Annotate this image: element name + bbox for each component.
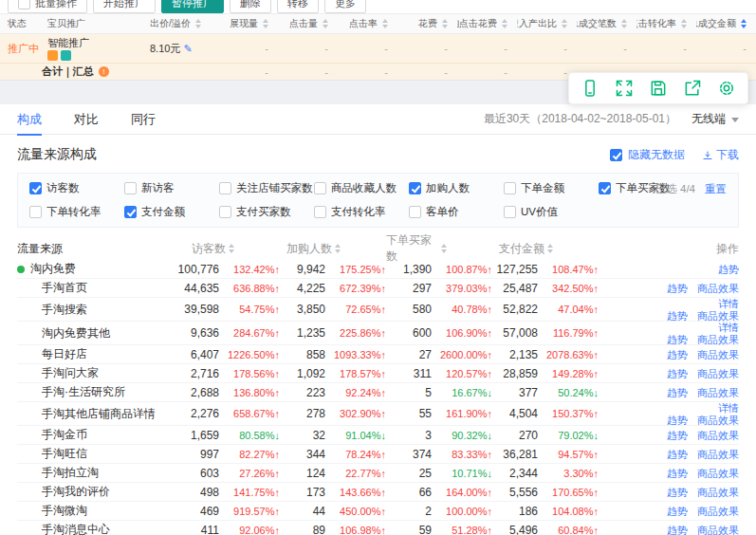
ad-column-header[interactable]: 点击量 <box>278 17 338 30</box>
action-link[interactable]: 趋势 <box>667 487 688 498</box>
table-row[interactable]: 每日好店6,4071226.50%↑8581093.33%↑272600.00%… <box>17 345 739 364</box>
edit-pencil-icon[interactable]: ✎ <box>183 43 192 54</box>
sort-icon[interactable] <box>323 19 328 28</box>
checkbox-icon[interactable] <box>219 182 231 194</box>
sort-icon[interactable] <box>229 244 234 253</box>
ad-column-header[interactable]: 总成交金额 <box>696 17 756 30</box>
ad-column-header[interactable]: 总成交笔数 <box>577 17 636 30</box>
column-header-order-buyers[interactable]: 下单买家数 <box>386 232 492 265</box>
metric-filter-item[interactable]: 访客数 <box>29 181 124 195</box>
checkbox-icon[interactable] <box>124 182 137 194</box>
share-icon[interactable] <box>682 78 703 99</box>
column-header-visitors[interactable]: 访客数 <box>174 241 280 257</box>
phone-preview-icon[interactable] <box>580 78 600 99</box>
ad-toolbar-button[interactable]: 开始推广 <box>93 0 156 13</box>
tab-composition[interactable]: 构成 <box>17 104 42 135</box>
action-link[interactable]: 详情 <box>718 402 739 414</box>
action-link[interactable]: 商品效果 <box>697 387 739 398</box>
metric-filter-item[interactable]: 支付金额 <box>124 205 219 219</box>
fullscreen-icon[interactable] <box>614 78 635 99</box>
metric-filter-item[interactable]: 下单金额 <box>504 181 599 195</box>
action-link[interactable]: 趋势 <box>667 449 688 460</box>
sort-icon[interactable] <box>681 19 687 28</box>
download-link[interactable]: 下载 <box>702 147 739 163</box>
sort-icon[interactable] <box>621 19 627 28</box>
action-link[interactable]: 趋势 <box>667 468 688 479</box>
table-row[interactable]: 手淘搜索39,59854.75%↑3,85072.65%↑58040.78%↑5… <box>17 298 739 322</box>
metric-filter-item[interactable]: 支付买家数 <box>219 205 314 219</box>
table-row[interactable]: 手淘其他店铺商品详情2,276658.67%↑278302.90%↑55161.… <box>17 402 739 426</box>
checkbox-icon[interactable] <box>599 182 611 194</box>
hide-no-data-toggle[interactable]: 隐藏无数据 <box>610 147 685 163</box>
ad-column-header[interactable]: 花费 <box>397 17 457 30</box>
tab-compare[interactable]: 对比 <box>74 104 99 135</box>
table-row[interactable]: 手淘首页44,635636.88%↑4,225672.39%↑297379.03… <box>17 279 739 298</box>
action-link[interactable]: 趋势 <box>718 264 739 275</box>
table-row[interactable]: 淘内免费其他9,636284.67%↑1,235225.86%↑600106.9… <box>17 322 739 345</box>
sort-icon[interactable] <box>547 244 553 253</box>
ad-toolbar-button[interactable]: 批量操作 <box>8 0 87 13</box>
ad-column-header[interactable]: 点击率 <box>338 17 397 30</box>
metric-filter-item[interactable]: 新访客 <box>124 181 219 195</box>
ad-toolbar-button[interactable]: 删除 <box>230 0 271 13</box>
checkbox-icon[interactable] <box>18 0 30 9</box>
sort-icon[interactable] <box>441 244 447 253</box>
date-range-label[interactable]: 最近30天（2018-04-02~2018-05-01） <box>484 111 676 127</box>
ad-column-header[interactable]: 平均点击花费 <box>457 17 517 30</box>
ad-column-header[interactable]: 投入产出比 <box>517 17 577 30</box>
metric-filter-item[interactable]: 下单转化率 <box>29 205 124 219</box>
column-header-payment[interactable]: 支付金额 <box>492 241 599 257</box>
action-link[interactable]: 详情 <box>718 322 739 333</box>
save-icon[interactable] <box>648 78 669 99</box>
action-link[interactable]: 趋势 <box>667 349 688 360</box>
action-link[interactable]: 商品效果 <box>697 334 739 345</box>
ad-toolbar-button[interactable]: 更多 <box>324 0 366 13</box>
action-link[interactable]: 趋势 <box>667 334 688 345</box>
table-row[interactable]: 手淘金币1,65980.58%↓3291.04%↓390.32%↓27079.0… <box>17 426 739 445</box>
action-link[interactable]: 商品效果 <box>697 430 739 441</box>
action-link[interactable]: 趋势 <box>667 283 688 294</box>
action-link[interactable]: 商品效果 <box>697 525 739 535</box>
metric-filter-item[interactable]: 商品收藏人数 <box>314 181 409 195</box>
table-row[interactable]: 手淘消息中心41192.06%↑89106.98%↑5951.28%↑5,496… <box>17 521 739 535</box>
action-link[interactable]: 商品效果 <box>697 283 739 294</box>
ad-toolbar-button[interactable]: 暂停推广 <box>161 0 224 13</box>
action-link[interactable]: 商品效果 <box>697 449 739 460</box>
checkbox-icon[interactable] <box>504 182 516 194</box>
checkbox-icon[interactable] <box>610 149 622 161</box>
checkbox-icon[interactable] <box>314 206 326 218</box>
checkbox-icon[interactable] <box>504 206 516 218</box>
action-link[interactable]: 趋势 <box>667 415 688 426</box>
table-row[interactable]: 淘内免费100,776132.42%↑9,942175.25%↑1,390100… <box>17 260 739 279</box>
table-row[interactable]: 手淘我的评价498141.75%↑173143.66%↑66164.00%↑5,… <box>17 483 739 502</box>
info-icon[interactable]: ! <box>99 66 109 77</box>
ad-toolbar-button[interactable]: 转移 <box>277 0 319 13</box>
metric-filter-item[interactable]: 客单价 <box>409 205 504 219</box>
metric-filter-item[interactable]: UV价值 <box>504 205 599 219</box>
sort-icon[interactable] <box>263 19 268 28</box>
sort-icon[interactable] <box>442 19 448 28</box>
terminal-select[interactable]: 无线端 <box>691 111 739 127</box>
sort-icon[interactable] <box>502 19 507 28</box>
action-link[interactable]: 商品效果 <box>697 468 739 479</box>
checkbox-icon[interactable] <box>29 206 42 218</box>
ad-campaign-row[interactable]: 推广中智能推广8.10元✎--------- <box>0 34 756 63</box>
action-link[interactable]: 商品效果 <box>697 310 739 322</box>
action-link[interactable]: 商品效果 <box>697 349 739 360</box>
metric-filter-item[interactable]: 支付转化率 <box>314 205 409 219</box>
campaign-product[interactable]: 智能推广 <box>47 37 150 61</box>
ad-column-header[interactable]: 展现量 <box>218 17 278 30</box>
settings-gear-icon[interactable] <box>716 78 737 99</box>
action-link[interactable]: 商品效果 <box>697 415 739 426</box>
table-row[interactable]: 手淘问大家2,716178.56%↑1,092178.57%↑311120.57… <box>17 364 739 383</box>
action-link[interactable]: 商品效果 <box>697 368 739 379</box>
reset-link[interactable]: 重置 <box>705 182 727 196</box>
action-link[interactable]: 趋势 <box>667 368 688 379</box>
action-link[interactable]: 商品效果 <box>697 506 739 517</box>
ad-column-header[interactable]: 出价/溢价 <box>150 17 218 30</box>
sort-icon[interactable] <box>382 19 388 28</box>
checkbox-icon[interactable] <box>124 206 137 218</box>
checkbox-icon[interactable] <box>219 206 231 218</box>
sort-icon[interactable] <box>741 19 747 28</box>
action-link[interactable]: 趋势 <box>667 430 688 441</box>
